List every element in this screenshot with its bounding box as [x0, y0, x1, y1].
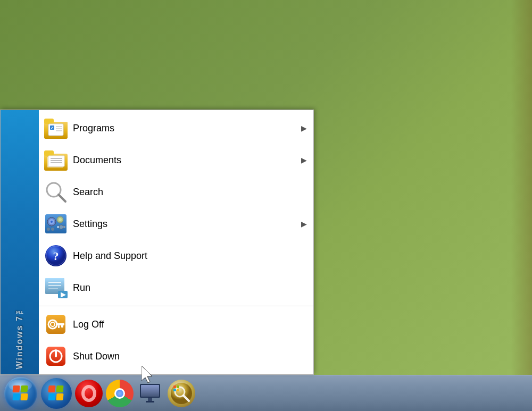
menu-item-search[interactable]: Search [39, 176, 313, 208]
svg-rect-2 [44, 119, 54, 124]
menu-divider [39, 306, 313, 306]
svg-rect-52 [141, 385, 159, 397]
opera-icon [81, 385, 96, 402]
menu-item-shutdown[interactable]: Shut Down [39, 340, 313, 372]
svg-point-22 [51, 221, 53, 223]
svg-line-18 [59, 195, 65, 202]
shutdown-label: Shut Down [73, 351, 307, 362]
svg-rect-58 [173, 385, 176, 388]
svg-rect-59 [177, 385, 179, 388]
menu-item-logoff[interactable]: Log Off [39, 308, 313, 340]
documents-label: Documents [73, 155, 301, 166]
svg-rect-12 [48, 156, 64, 166]
settings-icon [43, 211, 69, 237]
svg-point-27 [59, 225, 63, 229]
windows-flag-icon [48, 385, 64, 401]
windows-taskbar-button[interactable] [41, 378, 72, 409]
monitor-button[interactable] [137, 380, 164, 407]
documents-arrow: ▶ [301, 156, 307, 164]
sidebar-label: Windows 7™ [15, 305, 24, 369]
search-web-button[interactable] [168, 380, 195, 407]
chrome-icon [114, 388, 125, 399]
svg-point-29 [51, 228, 54, 231]
help-icon: ? [43, 243, 69, 269]
svg-rect-61 [177, 389, 179, 391]
svg-point-17 [48, 184, 59, 195]
svg-rect-47 [58, 325, 60, 328]
svg-rect-53 [148, 398, 152, 401]
svg-point-24 [59, 218, 62, 221]
settings-label: Settings [73, 219, 301, 230]
svg-text:▶: ▶ [61, 291, 66, 298]
menu-item-help[interactable]: ? Help and Support [39, 240, 313, 272]
desktop-texture [511, 0, 532, 375]
menu-item-run[interactable]: ▶ Run [39, 272, 313, 304]
svg-rect-54 [146, 401, 154, 402]
svg-rect-10 [44, 150, 54, 156]
settings-arrow: ▶ [301, 220, 307, 228]
programs-arrow: ▶ [301, 124, 307, 132]
programs-label: Programs [73, 123, 301, 134]
monitor-icon [139, 382, 162, 405]
windows-logo-icon [13, 385, 29, 401]
documents-icon [43, 147, 69, 173]
help-label: Help and Support [73, 250, 307, 262]
menu-item-settings[interactable]: Settings ▶ [39, 208, 313, 240]
taskbar [0, 375, 532, 411]
menu-items-list: ✓ Programs [39, 110, 313, 374]
svg-text:?: ? [53, 249, 59, 263]
svg-rect-46 [61, 324, 63, 328]
svg-text:✓: ✓ [51, 126, 54, 130]
svg-point-28 [47, 228, 50, 231]
programs-icon: ✓ [43, 115, 69, 141]
search-label: Search [73, 187, 307, 198]
svg-rect-60 [173, 389, 176, 391]
logoff-icon [43, 312, 69, 337]
run-icon: ▶ [43, 275, 69, 300]
search-web-icon [170, 382, 193, 405]
menu-sidebar: Windows 7™ [1, 110, 39, 374]
chrome-button[interactable] [106, 380, 134, 407]
run-label: Run [73, 282, 307, 293]
menu-content: ✓ Programs [39, 110, 313, 374]
opera-button[interactable] [75, 380, 103, 407]
logoff-label: Log Off [73, 319, 307, 330]
menu-item-documents[interactable]: Documents ▶ [39, 144, 313, 176]
shutdown-icon [43, 343, 69, 369]
start-button[interactable] [4, 377, 37, 410]
search-icon [43, 179, 69, 205]
start-menu: Windows 7™ ✓ [0, 110, 314, 375]
menu-item-programs[interactable]: ✓ Programs [39, 112, 313, 144]
